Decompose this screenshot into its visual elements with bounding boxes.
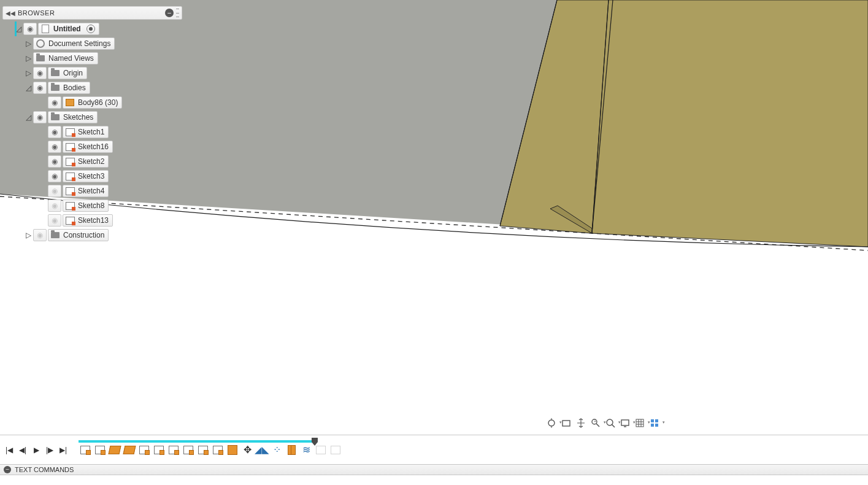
tree-sketch-item[interactable]: ◉Sketch13 — [48, 213, 186, 228]
visibility-eye-icon[interactable]: ◉ — [33, 111, 47, 123]
visibility-eye-icon[interactable]: ◉ — [33, 229, 47, 241]
svg-marker-27 — [312, 438, 318, 446]
timeline-feature[interactable] — [329, 443, 342, 457]
sketch-label: Sketch2 — [78, 157, 104, 166]
display-settings-button[interactable]: ▾ — [618, 416, 632, 430]
component-icon — [40, 24, 50, 34]
zoom-window-button[interactable]: ▾ — [604, 416, 617, 430]
timeline-end-button[interactable]: ▶| — [58, 444, 69, 456]
root-label: Untitled — [53, 25, 81, 33]
sketch-icon — [65, 215, 75, 225]
text-commands-header[interactable]: – TEXT COMMANDS — [0, 464, 868, 475]
browser-panel: ◀◀ BROWSER – ◿ ◉ Untitled ▷ Document Set… — [2, 6, 186, 243]
sketch-icon — [65, 171, 75, 181]
timeline-feature[interactable] — [211, 443, 225, 457]
folder-icon — [50, 83, 60, 93]
timeline-feature[interactable] — [93, 443, 107, 457]
visibility-eye-icon[interactable]: ◉ — [48, 96, 61, 109]
visibility-eye-icon[interactable]: ◉ — [48, 200, 61, 212]
timeline-feature[interactable]: ≋ — [299, 443, 313, 457]
svg-rect-16 — [621, 420, 629, 425]
timeline-step-fwd-button[interactable]: |▶ — [44, 444, 55, 456]
timeline-step-back-button[interactable]: ◀| — [17, 444, 28, 456]
sketch-label: Sketch16 — [78, 142, 109, 151]
visibility-eye-icon[interactable]: ◉ — [33, 82, 47, 94]
collapse-left-icon[interactable]: ◀◀ — [6, 10, 15, 17]
browser-header[interactable]: ◀◀ BROWSER – — [2, 6, 182, 20]
timeline-start-button[interactable]: |◀ — [4, 444, 15, 456]
timeline-feature[interactable] — [108, 443, 121, 457]
expand-arrow-icon[interactable]: ◿ — [25, 83, 32, 92]
timeline-track[interactable]: ✥◢◣⁘≋ — [79, 438, 344, 462]
tree-origin[interactable]: ▷ ◉ Origin — [25, 66, 186, 80]
folder-icon — [50, 230, 60, 240]
minimize-icon[interactable]: – — [165, 9, 174, 17]
visibility-eye-icon[interactable]: ◉ — [33, 67, 47, 79]
grid-button[interactable]: ▾ — [633, 416, 647, 430]
folder-icon — [50, 68, 60, 78]
tree-sketch-item[interactable]: ◉Sketch1 — [48, 125, 186, 139]
zoom-button[interactable]: +▾ — [589, 416, 602, 430]
sketch-icon — [65, 186, 75, 196]
sketch-icon — [65, 142, 75, 152]
tree-body-item[interactable]: ◉ Body86 (30) — [48, 95, 186, 110]
tree-sketch-item[interactable]: ◉Sketch8 — [48, 198, 186, 213]
tree-doc-settings[interactable]: ▷ Document Settings — [25, 36, 186, 51]
tree-construction[interactable]: ▷ ◉ Construction — [25, 228, 186, 243]
timeline-feature[interactable] — [226, 443, 239, 457]
expand-arrow-icon[interactable]: ▷ — [25, 39, 32, 48]
timeline-feature[interactable] — [79, 443, 92, 457]
timeline-feature[interactable]: ⁘ — [270, 443, 283, 457]
svg-rect-24 — [655, 419, 658, 422]
tree-sketch-item[interactable]: ◉Sketch4 — [48, 184, 186, 198]
visibility-eye-icon[interactable]: ◉ — [48, 141, 61, 153]
expand-arrow-icon[interactable]: ▷ — [25, 231, 32, 239]
timeline-feature[interactable] — [182, 443, 195, 457]
activate-radio-icon[interactable] — [86, 25, 95, 33]
svg-rect-18 — [636, 419, 643, 427]
lookat-button[interactable] — [559, 416, 573, 430]
timeline-scrub-handle[interactable] — [312, 438, 317, 445]
visibility-eye-icon[interactable]: ◉ — [48, 155, 61, 168]
text-commands-input[interactable] — [2, 475, 866, 485]
tree-root-component[interactable]: ◿ ◉ Untitled — [15, 21, 186, 36]
timeline-feature[interactable] — [167, 443, 180, 457]
folder-icon — [36, 53, 45, 63]
visibility-eye-icon[interactable]: ◉ — [48, 214, 61, 227]
timeline-feature[interactable]: ◢◣ — [255, 443, 269, 457]
visibility-eye-icon[interactable]: ◉ — [23, 23, 37, 35]
timeline-feature[interactable] — [137, 443, 151, 457]
tree-named-views[interactable]: ▷ Named Views — [25, 51, 186, 66]
timeline-feature[interactable] — [196, 443, 210, 457]
expand-arrow-icon[interactable]: ◿ — [25, 113, 32, 122]
text-commands-title: TEXT COMMANDS — [15, 466, 74, 473]
svg-rect-23 — [651, 419, 654, 422]
timeline: |◀ ◀| ▶ |▶ ▶| ✥◢◣⁘≋ — [0, 435, 868, 464]
timeline-play-button[interactable]: ▶ — [31, 444, 42, 456]
expand-arrow-icon[interactable]: ▷ — [25, 69, 32, 77]
browser-title: BROWSER — [18, 9, 163, 17]
timeline-feature[interactable]: ✥ — [240, 443, 254, 457]
svg-point-7 — [548, 420, 555, 426]
svg-line-15 — [612, 424, 615, 427]
drag-grip-icon[interactable] — [176, 9, 179, 17]
orbit-button[interactable]: ▾ — [545, 416, 558, 430]
pan-button[interactable] — [574, 416, 588, 430]
timeline-progress-bar — [79, 440, 314, 443]
expand-arrow-icon[interactable]: ▷ — [25, 54, 32, 63]
timeline-feature[interactable] — [152, 443, 166, 457]
sketch-label: Sketch8 — [78, 201, 104, 210]
tree-sketch-item[interactable]: ◉Sketch3 — [48, 169, 186, 184]
tree-sketch-item[interactable]: ◉Sketch2 — [48, 154, 186, 169]
visibility-eye-icon[interactable]: ◉ — [48, 170, 61, 182]
visibility-eye-icon[interactable]: ◉ — [48, 185, 61, 197]
tree-sketch-item[interactable]: ◉Sketch16 — [48, 139, 186, 154]
visibility-eye-icon[interactable]: ◉ — [48, 126, 61, 138]
tree-sketches[interactable]: ◿ ◉ Sketches — [25, 110, 186, 125]
browser-tree: ◿ ◉ Untitled ▷ Document Settings ▷ Named… — [2, 21, 186, 243]
viewports-button[interactable]: ▾ — [648, 416, 661, 430]
minimize-icon[interactable]: – — [4, 466, 11, 473]
timeline-feature[interactable] — [285, 443, 298, 457]
tree-bodies[interactable]: ◿ ◉ Bodies — [25, 80, 186, 95]
timeline-feature[interactable] — [123, 443, 136, 457]
